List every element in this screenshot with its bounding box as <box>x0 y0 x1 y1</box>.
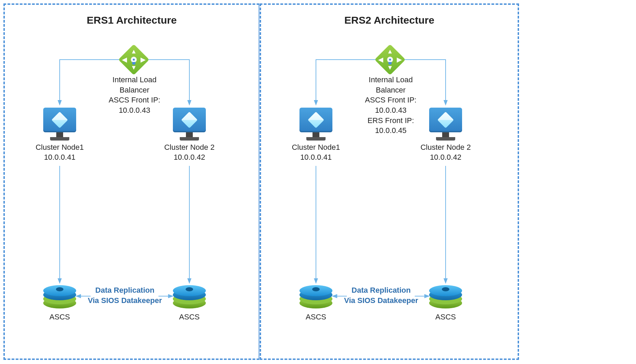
ers1-lb-label: Internal Load Balancer ASCS Front IP: 10… <box>93 75 176 116</box>
lb-line: Internal Load <box>350 75 432 85</box>
repl-line: Data Replication <box>73 285 176 295</box>
load-balancer-icon: ▲▼◀▶ <box>118 44 150 75</box>
cluster-node-1-icon <box>43 108 76 141</box>
lb-line: Balancer <box>93 85 176 95</box>
ers2-title: ERS2 Architecture <box>261 14 518 26</box>
ascs-disk-2-label: ASCS <box>425 313 466 321</box>
lb-line: Internal Load <box>93 75 176 85</box>
ascs-disk-2-icon <box>173 289 206 308</box>
cluster-node-1-label: Cluster Node1 10.0.0.41 <box>282 143 350 162</box>
lb-line: 10.0.0.45 <box>350 125 432 136</box>
node-name: Cluster Node1 <box>25 143 94 153</box>
node-name: Cluster Node 2 <box>155 143 224 153</box>
node-ip: 10.0.0.42 <box>411 153 480 162</box>
repl-line: Via SIOS Datakeeper <box>330 295 433 306</box>
node-name: Cluster Node1 <box>282 143 350 153</box>
cluster-node-2-label: Cluster Node 2 10.0.0.42 <box>155 143 224 162</box>
lb-line: 10.0.0.43 <box>350 105 432 116</box>
ascs-disk-2-label: ASCS <box>169 313 210 321</box>
node-ip: 10.0.0.42 <box>155 153 224 162</box>
node-ip: 10.0.0.41 <box>25 153 94 162</box>
ers1-replication-label: Data Replication Via SIOS Datakeeper <box>73 285 176 305</box>
lb-line: ERS Front IP: <box>350 116 432 126</box>
cluster-node-1-label: Cluster Node1 10.0.0.41 <box>25 143 94 162</box>
node-name: Cluster Node 2 <box>411 143 480 153</box>
ascs-disk-1-label: ASCS <box>295 313 337 321</box>
repl-line: Data Replication <box>330 285 433 295</box>
lb-line: 10.0.0.43 <box>93 105 176 116</box>
lb-line: Balancer <box>350 85 432 95</box>
lb-line: ASCS Front IP: <box>350 95 432 105</box>
ers2-panel: ERS2 Architecture ▲▼◀▶ Internal Load Bal… <box>260 3 519 360</box>
lb-line: ASCS Front IP: <box>93 95 176 105</box>
cluster-node-1-icon <box>299 108 332 141</box>
ers2-replication-label: Data Replication Via SIOS Datakeeper <box>330 285 433 305</box>
node-ip: 10.0.0.41 <box>282 153 350 162</box>
ers1-title: ERS1 Architecture <box>5 14 259 26</box>
ascs-disk-2-icon <box>429 289 462 308</box>
cluster-node-2-icon <box>429 108 462 141</box>
ascs-disk-1-icon <box>299 289 332 308</box>
ascs-disk-1-icon <box>43 289 76 308</box>
repl-line: Via SIOS Datakeeper <box>73 295 176 306</box>
ers1-panel: ERS1 Architecture ▲▼◀▶ Internal Load Bal… <box>3 3 259 360</box>
ascs-disk-1-label: ASCS <box>39 313 80 321</box>
cluster-node-2-label: Cluster Node 2 10.0.0.42 <box>411 143 480 162</box>
load-balancer-icon: ▲▼◀▶ <box>375 44 406 75</box>
cluster-node-2-icon <box>173 108 206 141</box>
ers2-lb-label: Internal Load Balancer ASCS Front IP: 10… <box>350 75 432 136</box>
